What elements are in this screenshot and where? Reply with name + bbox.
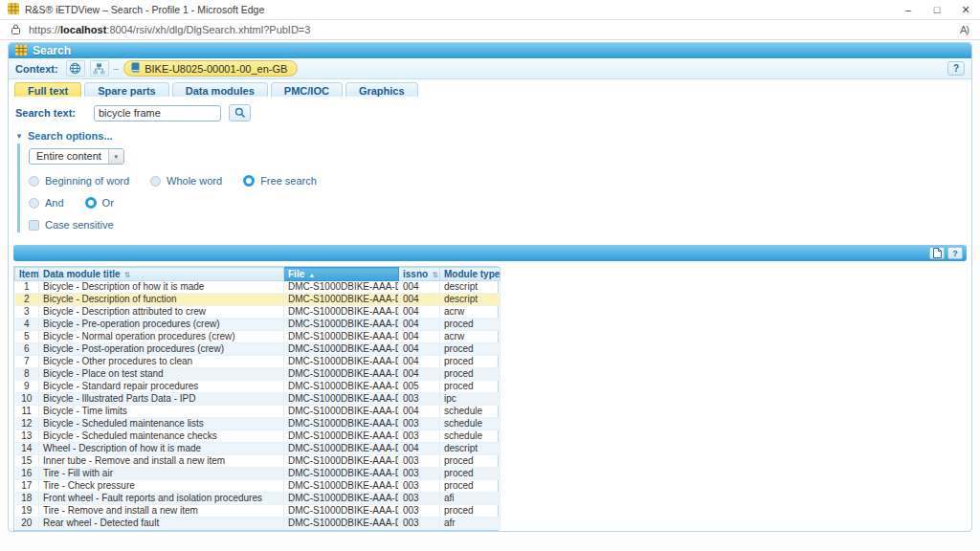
- cell-title: Bicycle - Description attributed to crew: [39, 306, 284, 319]
- table-row[interactable]: 2Bicycle - Description of functionDMC-S1…: [15, 294, 501, 306]
- radio-and[interactable]: And: [29, 197, 64, 209]
- table-row[interactable]: 11Bicycle - Time limitsDMC-S1000DBIKE-AA…: [15, 406, 501, 418]
- tab-full-text[interactable]: Full text: [14, 82, 81, 97]
- maximize-button[interactable]: □: [923, 0, 951, 19]
- table-row[interactable]: 19Tire - Remove and install a new itemDM…: [15, 505, 501, 518]
- scope-dropdown[interactable]: Entire content ▾: [29, 148, 124, 165]
- cell-issno: 003: [399, 418, 440, 430]
- table-row[interactable]: 13Bicycle - Scheduled maintenance checks…: [15, 430, 501, 443]
- cell-module-type: schedule: [440, 430, 501, 443]
- checkbox-icon[interactable]: [29, 220, 39, 231]
- search-input[interactable]: [94, 105, 221, 121]
- table-row[interactable]: 18Front wheel - Fault reports and isolat…: [15, 493, 501, 505]
- cell-item: 9: [15, 381, 39, 393]
- table-row[interactable]: 6Bicycle - Post-operation procedures (cr…: [15, 343, 501, 356]
- context-label: Context:: [15, 63, 58, 75]
- radio-or[interactable]: Or: [85, 197, 114, 209]
- cell-module-type: schedule: [440, 406, 501, 418]
- cell-item: 13: [15, 430, 39, 443]
- cell-issno: 004: [399, 356, 440, 368]
- column-header-file[interactable]: File▲: [284, 268, 399, 281]
- column-header-issno[interactable]: issno⇅: [399, 268, 440, 281]
- read-aloud-icon[interactable]: A): [960, 24, 969, 35]
- tab-spare-parts[interactable]: Spare parts: [84, 82, 169, 97]
- url-text[interactable]: https://localhost:8004/rsiv/xh/dlg/DlgSe…: [29, 24, 951, 35]
- column-header-module-type[interactable]: Module type⇅: [440, 268, 501, 281]
- results-toolbar: ?: [13, 245, 967, 261]
- hierarchy-button[interactable]: [90, 60, 109, 77]
- cell-issno: 004: [399, 331, 440, 343]
- cell-item: 2: [15, 294, 39, 306]
- search-button[interactable]: [229, 104, 251, 121]
- cell-item: 7: [15, 356, 39, 368]
- results-help-button[interactable]: ?: [947, 247, 963, 259]
- address-bar[interactable]: https://localhost:8004/rsiv/xh/dlg/DlgSe…: [0, 20, 980, 40]
- table-row[interactable]: 3Bicycle - Description attributed to cre…: [15, 306, 501, 319]
- cell-file: DMC-S1000DBIKE-AAA-DA0-10...: [284, 493, 399, 505]
- cell-module-type: proced: [440, 480, 501, 493]
- column-header-title[interactable]: Data module title⇅: [39, 268, 284, 281]
- radio-beginning-of-word[interactable]: Beginning of word: [29, 175, 129, 187]
- checkbox-label: Case sensitive: [45, 219, 114, 231]
- table-row[interactable]: 7Bicycle - Other procedures to cleanDMC-…: [15, 356, 501, 368]
- cell-file: DMC-S1000DBIKE-AAA-D00-00...: [284, 306, 399, 319]
- search-dialog: Search Context: – BIKE-U8025-00001-00_en…: [8, 42, 972, 532]
- globe-button[interactable]: [66, 60, 85, 77]
- tab-graphics[interactable]: Graphics: [345, 82, 418, 97]
- cell-issno: 004: [399, 306, 440, 319]
- table-row[interactable]: 10Bicycle - Illustrated Parts Data - IPD…: [15, 393, 501, 406]
- window-titlebar: R&S® iETDView – Search - Profile 1 - Mic…: [0, 0, 980, 20]
- minimize-button[interactable]: –: [894, 0, 923, 19]
- table-row[interactable]: 5Bicycle - Normal operation procedures (…: [15, 331, 501, 343]
- sort-icon[interactable]: ⇅: [432, 271, 438, 279]
- tab-data-modules[interactable]: Data modules: [172, 82, 268, 97]
- cell-file: DMC-S1000DBIKE-AAA-D05-40...: [284, 430, 399, 443]
- dropdown-arrow-icon[interactable]: ▾: [108, 149, 123, 164]
- cell-title: Front wheel - Fault reports and isolatio…: [39, 493, 284, 505]
- tab-label: PMC/IOC: [284, 85, 329, 97]
- table-row[interactable]: 9Bicycle - Standard repair proceduresDMC…: [15, 381, 501, 393]
- context-help-button[interactable]: ?: [947, 61, 965, 76]
- radio-icon[interactable]: [29, 198, 39, 209]
- close-button[interactable]: ✕: [951, 0, 980, 19]
- cell-item: 14: [15, 443, 39, 455]
- table-row[interactable]: 16Tire - Fill with airDMC-S1000DBIKE-AAA…: [15, 468, 501, 480]
- table-row[interactable]: 14Wheel - Description of how it is madeD…: [15, 443, 501, 455]
- table-row[interactable]: 17Tire - Check pressureDMC-S1000DBIKE-AA…: [15, 480, 501, 493]
- cell-issno: 003: [399, 518, 440, 530]
- radio-label: Free search: [260, 175, 317, 187]
- tab-label: Spare parts: [98, 85, 156, 97]
- radio-icon[interactable]: [243, 175, 255, 187]
- export-document-button[interactable]: [929, 247, 945, 259]
- cell-title: Bicycle - Illustrated Parts Data - IPD: [39, 393, 284, 406]
- radio-icon[interactable]: [29, 176, 39, 187]
- radio-icon[interactable]: [150, 176, 161, 187]
- window-title: R&S® iETDView – Search - Profile 1 - Mic…: [25, 4, 894, 15]
- radio-free-search[interactable]: Free search: [243, 175, 317, 187]
- table-row[interactable]: 4Bicycle - Pre-operation procedures (cre…: [15, 319, 501, 331]
- results-table: Item Data module title⇅ File▲ issno⇅ Mod…: [13, 266, 499, 531]
- column-header-item[interactable]: Item: [15, 268, 39, 281]
- cell-file: DMC-S1000DBIKE-AAA-DA0-10...: [284, 480, 399, 493]
- table-row[interactable]: 20Rear wheel - Detected faultDMC-S1000DB…: [15, 518, 501, 530]
- cell-title: Bicycle - Time limits: [39, 406, 284, 418]
- cell-file: DMC-S1000DBIKE-AAA-D00-00...: [284, 343, 399, 356]
- lock-icon[interactable]: [11, 21, 20, 38]
- publication-context-button[interactable]: BIKE-U8025-00001-00_en-GB: [123, 60, 298, 77]
- table-row[interactable]: 15Inner tube - Remove and install a new …: [15, 455, 501, 468]
- cell-module-type: proced: [440, 505, 501, 518]
- cell-issno: 003: [399, 455, 440, 468]
- tab-pmc-ioc[interactable]: PMC/IOC: [271, 82, 343, 97]
- radio-icon[interactable]: [85, 197, 97, 209]
- radio-whole-word[interactable]: Whole word: [150, 175, 222, 187]
- cell-issno: 005: [399, 381, 440, 393]
- sort-icon[interactable]: ⇅: [124, 271, 131, 279]
- cell-module-type: ipc: [440, 393, 501, 406]
- table-row[interactable]: 8Bicycle - Place on test standDMC-S1000D…: [15, 368, 501, 381]
- search-options-toggle[interactable]: ▼ Search options...: [15, 130, 971, 142]
- table-row[interactable]: 1Bicycle - Description of how it is made…: [15, 281, 501, 294]
- search-text-row: Search text:: [15, 104, 971, 121]
- sort-asc-icon[interactable]: ▲: [308, 272, 315, 278]
- table-row[interactable]: 12Bicycle - Scheduled maintenance listsD…: [15, 418, 501, 430]
- case-sensitive-option[interactable]: Case sensitive: [29, 219, 114, 231]
